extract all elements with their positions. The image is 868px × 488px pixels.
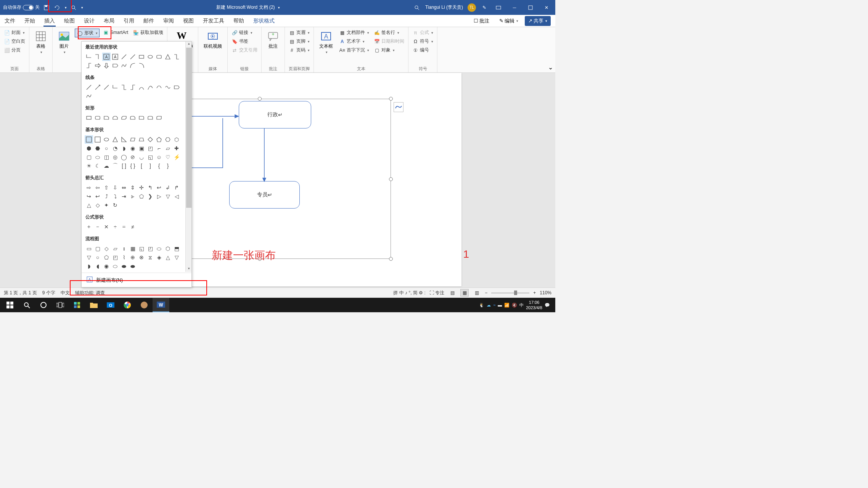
shape-pie[interactable]: ◔ — [111, 144, 119, 152]
selection-handle[interactable] — [389, 97, 393, 101]
shape-fc-internal[interactable]: ▦ — [129, 244, 137, 253]
shape-arrow-d[interactable]: ⇩ — [111, 183, 119, 192]
shape-dodecagon[interactable]: ○ — [102, 144, 111, 152]
shape-arrow-lr[interactable]: ⇔ — [120, 183, 128, 192]
shape-arrow-notched[interactable]: ⪢ — [129, 192, 137, 201]
shape-arrow-curve-d[interactable]: ⤵ — [111, 192, 119, 201]
outlook-icon[interactable]: O — [102, 298, 119, 312]
shape-hexagon[interactable] — [164, 135, 172, 144]
shape-line[interactable] — [85, 83, 93, 92]
shape-textbox-v[interactable]: A — [111, 53, 119, 61]
shape-arrow-uturn[interactable]: ↩ — [155, 183, 163, 192]
shape-triangle[interactable] — [111, 135, 119, 144]
shape-arrow-lup[interactable]: ↲ — [164, 183, 172, 192]
comment-button[interactable]: +批注 — [264, 29, 282, 51]
shape-line-arrow[interactable] — [93, 83, 102, 92]
taskview-icon[interactable] — [52, 298, 69, 312]
editing-button[interactable]: ✎ 编辑 ▾ — [496, 16, 522, 26]
shape-fc-terminator[interactable]: ⬭ — [155, 244, 163, 253]
shape-oval[interactable] — [102, 135, 111, 144]
shape-arrow-circular[interactable]: ↻ — [111, 201, 119, 209]
smartart-button[interactable]: ▣SmartArt — [101, 29, 130, 36]
word-icon[interactable]: W — [153, 298, 169, 312]
shape-rbracket[interactable]: ] — [146, 162, 154, 170]
selection-handle[interactable] — [258, 97, 262, 101]
shape-sun[interactable]: ☀ — [85, 162, 93, 170]
shape-moon[interactable]: ☾ — [93, 162, 102, 170]
clock[interactable]: 17:06 2023/4/8 — [526, 300, 542, 311]
addins-button[interactable]: 🏪获取加载项 — [131, 29, 165, 37]
shape-arrow-callout-l[interactable]: ◁ — [172, 192, 181, 201]
shape-noSymbol[interactable]: ⊘ — [129, 153, 137, 161]
tray-ime[interactable]: 中 — [519, 302, 524, 308]
shape-fc-process[interactable]: ▭ — [85, 244, 93, 253]
shape-fc-collate[interactable]: ⧖ — [146, 253, 154, 262]
shape-oval[interactable] — [146, 53, 154, 61]
shape-minus[interactable]: － — [93, 223, 102, 231]
shape-arc[interactable]: ⌒ — [111, 162, 119, 170]
tab-home[interactable]: 开始 — [20, 15, 40, 27]
shape-blockarc[interactable]: ◡ — [137, 153, 146, 161]
shape-arrow-callout-u[interactable]: △ — [85, 201, 93, 209]
equation-button[interactable]: π公式▾ — [411, 29, 435, 37]
search-icon[interactable] — [413, 4, 421, 11]
pagenum-button[interactable]: #页码▾ — [287, 46, 311, 54]
shape-heart[interactable]: ♡ — [164, 153, 172, 161]
shapes-button[interactable]: ◯形状▾ — [75, 29, 100, 37]
notifications-icon[interactable]: 💬 — [545, 303, 550, 308]
shape-fc-summing[interactable]: ⊕ — [129, 253, 137, 262]
shape-elbow-darrow[interactable] — [129, 83, 137, 92]
shape-fc-multidoc[interactable]: ◰ — [146, 244, 154, 253]
blank-page-button[interactable]: 📄空白页 — [2, 37, 27, 45]
shape-round1[interactable] — [137, 114, 146, 122]
shape-fc-sort[interactable]: ◈ — [155, 253, 163, 262]
tab-developer[interactable]: 开发工具 — [198, 15, 229, 27]
shape-elbow-arrow[interactable] — [120, 83, 128, 92]
shape-snip2diag[interactable] — [120, 114, 128, 122]
selection-handle[interactable] — [389, 257, 393, 261]
textbox-button[interactable]: A文本框▾ — [316, 29, 336, 56]
view-print-icon[interactable]: ▦ — [460, 289, 469, 297]
canvas-shape-box1[interactable]: 行政↵ — [239, 101, 311, 128]
shape-notequal[interactable]: ≠ — [129, 223, 137, 231]
tab-draw[interactable]: 绘图 — [59, 15, 79, 27]
shape-arrow-pentagon[interactable]: ⬠ — [137, 192, 146, 201]
datetime-button[interactable]: 📅日期和时间 — [372, 37, 406, 45]
shape-fc-merge[interactable]: ▽ — [172, 253, 181, 262]
shape-scribble2[interactable] — [85, 92, 93, 100]
online-video-button[interactable]: 联机视频 — [201, 29, 225, 51]
shape-curve-arrow[interactable] — [146, 83, 154, 92]
tab-shape-format[interactable]: 形状格式 — [249, 15, 279, 27]
shape-bracket[interactable]: [ ] — [120, 162, 128, 170]
shape-parallelogram[interactable] — [129, 135, 137, 144]
shape-pentagon[interactable] — [155, 135, 163, 144]
shape-arrow-callout-r[interactable]: ▷ — [155, 192, 163, 201]
tab-references[interactable]: 引用 — [119, 15, 139, 27]
shape-fc-magnetic[interactable]: ⬭ — [111, 262, 119, 270]
tab-insert[interactable]: 插入 — [40, 15, 59, 27]
shape-fc-altprocess[interactable]: ▢ — [93, 244, 102, 253]
search-icon[interactable] — [70, 4, 77, 11]
shape-elbow[interactable] — [111, 83, 119, 92]
shape-lbracket[interactable]: [ — [137, 162, 146, 170]
shape-arrow-u[interactable]: ⇧ — [102, 183, 111, 192]
page-indicator[interactable]: 第 1 页，共 1 页 — [4, 290, 37, 296]
crossref-button[interactable]: ⇄交叉引用 — [230, 46, 259, 54]
shape-fc-manual-op[interactable]: ▽ — [85, 253, 93, 262]
shape-arrow-callout-lr[interactable]: ◇ — [93, 201, 102, 209]
shape-round2diag[interactable] — [155, 114, 163, 122]
shape-arrow-curve-u[interactable]: ⤴ — [102, 192, 111, 201]
shape-curve-darrow[interactable] — [155, 83, 163, 92]
language[interactable]: 中文 — [61, 290, 70, 296]
shape-arrow-callout-quad[interactable]: ✦ — [102, 201, 111, 209]
shape-freeform[interactable] — [120, 61, 128, 70]
shape-fc-predefined[interactable]: ⫾ — [120, 244, 128, 253]
shape-arrow-right[interactable] — [93, 61, 102, 70]
connector-2[interactable] — [262, 128, 266, 182]
number-button[interactable]: ①编号 — [411, 46, 435, 54]
tray-weather-icon[interactable]: ☁ — [487, 303, 491, 308]
shape-decagon[interactable]: ⬣ — [93, 144, 102, 152]
shape-octagon[interactable]: ⬢ — [85, 144, 93, 152]
shape-lbrace[interactable]: { — [155, 162, 163, 170]
dropcap-button[interactable]: A≡首字下沉▾ — [338, 46, 371, 54]
